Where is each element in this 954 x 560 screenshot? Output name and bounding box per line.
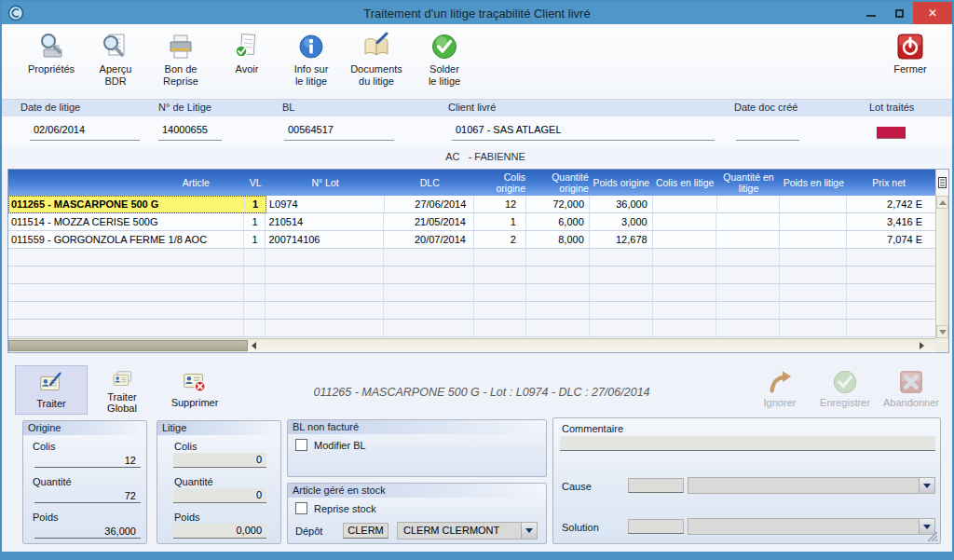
toolbar-label: Fermer: [893, 63, 926, 75]
supprimer-button[interactable]: Supprimer: [155, 365, 235, 415]
origine-colis-value: 12: [34, 453, 141, 468]
book-pencil-icon: [361, 32, 391, 61]
enregistrer-check-icon: [831, 368, 859, 396]
table-row-selected[interactable]: 011265 - MASCARPONE 500 G 1 L0974 27/06/…: [8, 196, 935, 213]
toolbar-label: Info sur le litige: [294, 63, 329, 88]
origine-title: Origine: [23, 421, 146, 435]
column-header-poids-origine[interactable]: Poids origine: [590, 170, 653, 196]
supprimer-card-delete-icon: [181, 368, 209, 396]
solution-code-field[interactable]: [628, 519, 684, 534]
field-label-bl: BL: [282, 102, 294, 113]
column-header-prix-net[interactable]: Prix net: [847, 170, 935, 196]
column-header-quantite-origine[interactable]: Quantité origine: [526, 170, 590, 196]
depot-code-field[interactable]: CLERM: [343, 523, 388, 539]
table-row-empty: [8, 302, 935, 320]
toolbar-button-documents-litige[interactable]: Documents du litige: [342, 32, 411, 93]
depot-dropdown-button[interactable]: [521, 523, 537, 539]
table-row-empty: [8, 249, 935, 266]
green-check-icon: [429, 32, 459, 61]
modifier-bl-label: Modifier BL: [314, 440, 366, 451]
toolbar-button-fermer[interactable]: Fermer: [876, 32, 945, 93]
column-header-vl[interactable]: VL: [245, 170, 266, 196]
close-button[interactable]: ✕: [913, 2, 952, 24]
column-header-colis-litige[interactable]: Colis en litige: [653, 170, 717, 196]
enregistrer-button[interactable]: Enregistrer: [812, 365, 878, 415]
ignorer-label: Ignorer: [764, 397, 797, 409]
origine-quantite-label: Quantité: [33, 476, 72, 487]
column-header-dlc[interactable]: DLC: [384, 170, 474, 196]
client-livre-field[interactable]: 01067 - SAS ATLAGEL: [452, 124, 715, 141]
column-header-poids-litige[interactable]: Poids en litige: [780, 170, 847, 196]
toolbar-button-solder-litige[interactable]: Solder le litige: [410, 32, 479, 93]
info-icon: [296, 32, 326, 61]
column-header-lot[interactable]: N° Lot: [266, 170, 385, 196]
toolbar-button-proprietes[interactable]: Propriétés: [17, 32, 86, 93]
origine-poids-value: 36,000: [34, 524, 141, 539]
numero-litige-field[interactable]: 14000655: [158, 124, 222, 141]
depot-label: Dépôt: [295, 526, 322, 537]
scroll-right-icon[interactable]: [920, 342, 924, 349]
reprise-stock-checkbox[interactable]: [295, 502, 307, 514]
cell-quantite-origine: 8,000: [526, 231, 590, 249]
cell-poids-litige: [780, 213, 847, 231]
field-label-date-doc-cree: Date doc créé: [734, 102, 797, 113]
details-groupbox: Commentaire Cause Solution: [552, 417, 941, 544]
preview-magnifier-document-icon: [101, 32, 130, 61]
cell-dlc: 20/07/2014: [384, 231, 474, 249]
cell-quantite-origine: 72,000: [526, 196, 590, 213]
scroll-up-button[interactable]: [936, 196, 948, 209]
traiter-global-label: Traiter Global: [107, 391, 137, 415]
column-header-quantite-litige[interactable]: Quantité en litige: [717, 170, 781, 196]
cell-colis-litige: [653, 231, 717, 249]
table-header-corner[interactable]: [935, 170, 948, 196]
toolbar-button-avoir[interactable]: Avoir: [212, 32, 281, 93]
toolbar-button-apercu-bdr[interactable]: Aperçu BDR: [81, 32, 150, 93]
cell-prix-net: 3,416 E: [847, 213, 935, 231]
selection-summary: 011265 - MASCARPONE 500 G - Lot : L0974 …: [263, 386, 701, 399]
cell-poids-origine: 3,000: [590, 213, 653, 231]
table-row-empty: [8, 284, 935, 302]
minimize-button[interactable]: [857, 2, 885, 24]
solution-combobox[interactable]: [688, 518, 935, 535]
litige-quantite-input[interactable]: 0: [173, 488, 266, 503]
vertical-scrollbar[interactable]: [935, 196, 948, 338]
toolbar-label: Avoir: [236, 63, 259, 75]
cause-dropdown-button[interactable]: [919, 478, 934, 493]
litige-poids-input[interactable]: 0,000: [173, 524, 266, 539]
cause-code-field[interactable]: [628, 478, 684, 493]
date-litige-field[interactable]: 02/06/2014: [30, 124, 140, 141]
abandonner-button[interactable]: Abandonner: [878, 365, 945, 415]
cause-combobox[interactable]: [688, 477, 935, 494]
scroll-left-icon[interactable]: [252, 342, 256, 349]
origine-poids-label: Poids: [33, 512, 59, 523]
properties-magnifier-icon: [36, 32, 66, 61]
commentaire-input[interactable]: [560, 436, 935, 451]
window-title: Traitement d'un litige traçabilité Clien…: [2, 7, 952, 20]
horizontal-scrollbar[interactable]: [8, 338, 935, 352]
table-row[interactable]: 011559 - GORGONZOLA FERME 1/8 AOC 1 2007…: [8, 231, 935, 249]
toolbar-button-info-litige[interactable]: Info sur le litige: [277, 32, 346, 93]
column-header-colis-origine[interactable]: Colis origine: [474, 170, 526, 196]
traiter-global-button[interactable]: Traiter Global: [91, 365, 153, 415]
traiter-button[interactable]: Traiter: [15, 365, 88, 415]
depot-combobox[interactable]: CLERM CLERMONT: [397, 522, 538, 540]
date-doc-cree-field[interactable]: [736, 124, 799, 141]
table-row[interactable]: 011514 - MOZZA CERISE 500G 1 210514 21/0…: [8, 213, 935, 231]
cell-article: 011514 - MOZZA CERISE 500G: [8, 213, 244, 231]
ignorer-button[interactable]: Ignorer: [750, 365, 810, 415]
maximize-button[interactable]: [885, 2, 913, 24]
cell-article: 011265 - MASCARPONE 500 G: [8, 196, 245, 213]
cell-vl: 1: [244, 213, 266, 231]
bl-field[interactable]: 00564517: [284, 124, 394, 141]
resize-grip[interactable]: [925, 529, 937, 541]
chevron-down-icon: [923, 484, 931, 488]
toolbar-button-bon-de-reprise[interactable]: Bon de Reprise: [146, 32, 215, 93]
scrollbar-corner: [935, 338, 948, 352]
modifier-bl-checkbox[interactable]: [295, 439, 307, 451]
cell-article: 011559 - GORGONZOLA FERME 1/8 AOC: [8, 231, 244, 249]
column-header-article[interactable]: Article: [8, 170, 245, 196]
scroll-down-button[interactable]: [936, 325, 948, 338]
litige-colis-input[interactable]: 0: [173, 453, 266, 468]
litige-title: Litige: [157, 421, 280, 435]
horizontal-scrollbar-thumb[interactable]: [8, 340, 248, 351]
